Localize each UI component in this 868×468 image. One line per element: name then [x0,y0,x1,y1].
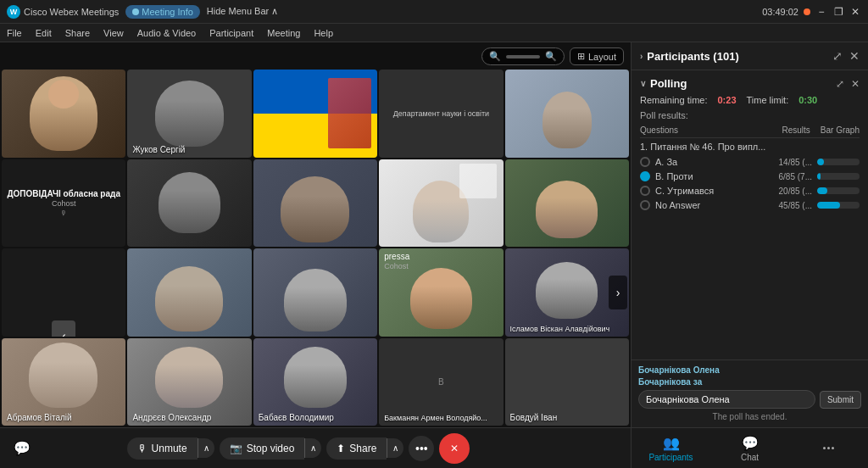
menu-view[interactable]: View [103,28,124,38]
remaining-label: Remaining time: [640,95,707,105]
meeting-info-button[interactable]: Meeting Info [125,5,200,19]
question-label: 1. Питання № 46. Про випл... [640,142,860,152]
menu-help[interactable]: Help [314,28,333,38]
polling-close-icon[interactable]: ✕ [851,78,860,90]
video-cell-andreev: Андрєєв Олександр [127,338,251,426]
chat-message-2: Бочарнікова зa [638,377,861,387]
toolbar-center-section: 🎙 Unmute ∧ 📷 Stop video ∧ ⬆ Share [127,433,470,464]
polling-title: ∨ Polling [640,77,687,90]
layout-button[interactable]: ⊞ Layout [570,47,624,65]
video-cell-bovduy: Бовдуй Іван [505,338,629,426]
menu-meeting[interactable]: Meeting [267,28,300,38]
poll-option-noanswer: No Answer 45/85 (... [640,200,860,210]
poll-ended-text: The poll has ended. [638,412,861,421]
poll-table-header: Questions Results Bar Graph [640,125,860,138]
chevron-right-icon: › [640,52,643,61]
video-cell-5 [505,70,629,158]
recording-indicator [804,8,810,15]
tab-more[interactable] [789,443,868,453]
remaining-value: 0:23 [717,95,736,105]
minimize-button[interactable]: − [815,6,827,18]
option-noanswer-label: No Answer [655,200,760,210]
tab-participants[interactable]: 👥 Participants [632,432,710,465]
video-cell-pressa: pressa Cohost [379,248,503,337]
option-c-bar [817,187,827,194]
search-icon2: 🔍 [545,51,557,62]
polling-popout-icon[interactable]: ⤢ [836,78,844,90]
option-c-count: 20/85 (... [765,187,812,196]
unmute-dropdown[interactable]: ∧ [198,438,214,458]
option-c-bar-wrap [817,187,860,194]
end-call-button[interactable]: ✕ [439,433,470,464]
chat-name-1: Бочарнікова Олена [638,365,720,375]
titlebar: W Cisco Webex Meetings Meeting Info Hide… [0,0,868,24]
stop-video-button[interactable]: 📷 Stop video [220,437,305,460]
polling-section: ∨ Polling ⤢ ✕ Remaining time: 0:23 Time … [632,70,868,359]
restore-button[interactable]: ❐ [832,6,844,18]
option-a-bar-wrap [817,159,860,165]
close-panel-icon[interactable]: ✕ [849,49,860,63]
chevron-down-icon: ∨ [640,79,646,88]
col-graph: Bar Graph [821,125,860,135]
share-group: ⬆ Share ∧ [326,437,403,460]
radio-b [640,171,650,181]
share-button[interactable]: ⬆ Share [326,437,387,460]
message-icon[interactable]: 💬 [14,440,31,456]
video-cell-7 [127,159,251,248]
webex-icon: W [7,5,20,19]
islamov-name: Ісламов Віскан Алавдійович [510,325,610,333]
menu-audio-video[interactable]: Audio & Video [137,28,197,38]
video-cell-10 [505,159,629,248]
end-icon: ✕ [450,443,459,454]
menu-share[interactable]: Share [65,28,90,38]
bottom-toolbar: 💬 🎙 Unmute ∧ 📷 Stop video ∧ [0,427,631,468]
option-b-bar-wrap [817,173,860,180]
bovduy-name: Бовдуй Іван [510,413,558,422]
unmute-button[interactable]: 🎙 Unmute [127,437,198,460]
poll-option-b: B. Проти 6/85 (7... [640,171,860,181]
search-bar[interactable]: 🔍 🔍 [481,47,565,65]
video-cell-bakmanyan: B Бакманян Армен Володяйо... [379,338,503,426]
participants-tab-label: Participants [648,453,693,462]
video-cell-3 [253,70,377,158]
main-content: 🔍 🔍 ⊞ Layout Жуков Сергій [0,42,868,468]
participants-title: › Participants (101) [640,50,739,63]
more-options-button[interactable]: ••• [409,436,434,461]
col-results: Results [782,125,810,135]
nav-next-button[interactable]: › [609,276,627,309]
limit-value: 0:30 [798,95,817,105]
menu-file[interactable]: File [7,28,22,38]
time-row: Remaining time: 0:23 Time limit: 0:30 [640,95,860,105]
video-cell-8 [253,159,377,248]
video-grid: Жуков Сергій Департамент науки і освіти … [0,68,631,427]
babaev-name: Бабаєв Володимир [259,413,334,422]
participants-label: Participants (101) [647,50,738,63]
share-dropdown[interactable]: ∧ [387,438,403,458]
tab-chat[interactable]: 💬 Chat [710,432,789,465]
chat-input[interactable] [638,390,815,409]
nav-prev-button[interactable]: ‹ [52,320,75,337]
poll-results-label: Poll results: [640,110,860,120]
menu-edit[interactable]: Edit [36,28,52,38]
video-cell-2: Жуков Сергій [127,70,251,158]
submit-button[interactable]: Submit [820,391,861,409]
dept-name: Департамент науки і освіти [390,106,492,121]
option-noanswer-count: 45/85 (... [765,201,812,210]
chat-area: Бочарнікова Олена Бочарнікова зa Submit … [632,359,868,427]
video-toolbar: 🔍 🔍 ⊞ Layout [481,47,624,65]
titlebar-left: W Cisco Webex Meetings Meeting Info Hide… [7,5,278,19]
andreev-name: Андрєєв Олександр [132,413,211,422]
mic-icon: 🎙 [137,443,147,454]
abramov-name: Абрамов Віталій [7,413,72,422]
option-c-label: C. Утримався [655,186,760,196]
video-cell-nav-left: ‹ [2,248,125,337]
menu-participant[interactable]: Participant [209,28,253,38]
popout-icon[interactable]: ⤢ [832,49,843,63]
option-b-count: 6/85 (7... [765,172,812,181]
hide-menu-button[interactable]: Hide Menu Bar ∧ [207,6,278,17]
chat-message-1: Бочарнікова Олена [638,365,861,375]
option-noanswer-bar-wrap [817,202,860,209]
close-button[interactable]: ✕ [849,6,861,18]
option-noanswer-bar [817,202,840,209]
video-dropdown[interactable]: ∧ [304,438,321,458]
